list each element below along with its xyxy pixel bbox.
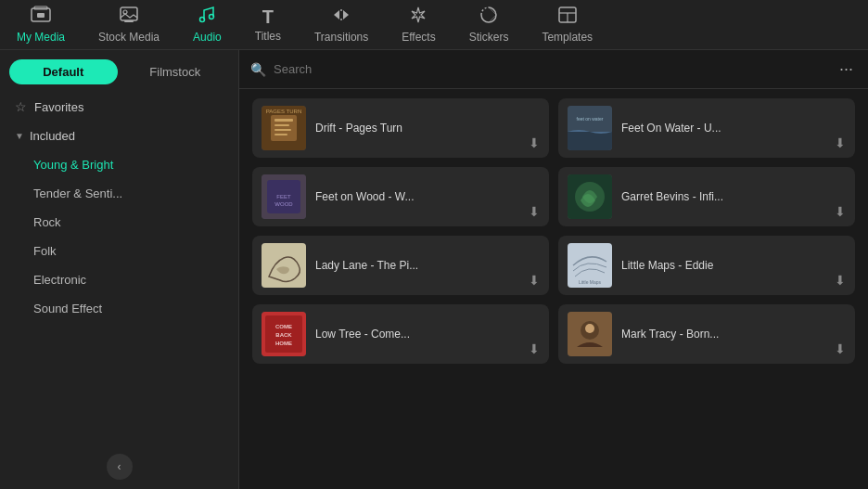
nav-templates[interactable]: Templates [525,0,609,49]
transitions-icon [331,6,351,27]
download-button-low-tree[interactable]: ⬇ [529,341,540,356]
top-nav: My Media Stock Media Audio T Titles [0,0,868,50]
content-area: 🔍 ··· PAGES TURN Drift - Pages Turn ⬇ fe… [239,50,868,489]
young-bright-label: Young & Bright [33,158,113,172]
sidebar-item-folk[interactable]: Folk [0,237,238,265]
svg-text:HOME: HOME [275,341,292,346]
templates-icon [557,6,578,27]
audio-card-feet-water[interactable]: feet on water Feet On Water - U... ⬇ [558,98,855,158]
more-options-button[interactable]: ··· [836,59,857,79]
sidebar-included-label: Included [30,129,75,143]
audio-title-little-maps: Little Maps - Eddie [621,259,846,272]
download-button-drift-pages[interactable]: ⬇ [529,135,540,150]
sub-items-included: Young & Bright Tender & Senti... Rock Fo… [0,150,238,323]
audio-thumb-feet-wood: FEETWOOD [262,174,306,219]
tab-default[interactable]: Default [9,59,118,84]
audio-title-mark-tracy: Mark Tracy - Born... [621,328,846,341]
svg-text:PAGES TURN: PAGES TURN [266,109,301,114]
search-icon: 🔍 [250,62,266,77]
nav-effects[interactable]: Effects [385,0,452,49]
svg-rect-2 [37,13,45,18]
my-media-icon [31,6,51,27]
search-input[interactable] [274,62,828,76]
sidebar-item-electronic[interactable]: Electronic [0,265,238,294]
svg-text:COME: COME [275,324,292,329]
audio-thumb-feet-water: feet on water [568,106,612,150]
nav-titles-label: Titles [255,30,281,43]
sidebar-item-rock[interactable]: Rock [0,208,238,237]
download-button-feet-water[interactable]: ⬇ [835,135,846,150]
sidebar: Default Filmstock ☆ Favorites ▼ Included… [0,50,239,489]
nav-templates-label: Templates [542,31,593,44]
download-button-little-maps[interactable]: ⬇ [835,273,846,288]
audio-grid: PAGES TURN Drift - Pages Turn ⬇ feet on … [239,89,868,489]
effects-icon [408,6,428,27]
audio-thumb-mark-tracy [568,312,612,356]
audio-card-lady-lane[interactable]: Lady Lane - The Pi... ⬇ [252,236,549,295]
audio-info-little-maps: Little Maps - Eddie [621,259,846,272]
svg-text:feet on water: feet on water [577,116,604,122]
nav-stock-media-label: Stock Media [98,31,160,44]
audio-info-garret-bevins: Garret Bevins - Infi... [621,190,846,203]
download-button-garret-bevins[interactable]: ⬇ [835,204,846,219]
audio-card-little-maps[interactable]: Little Maps Little Maps - Eddie ⬇ [558,236,855,295]
chevron-down-icon: ▼ [15,131,24,141]
audio-thumb-lady-lane [262,243,306,288]
search-bar: 🔍 ··· [239,50,868,89]
audio-title-garret-bevins: Garret Bevins - Infi... [621,190,846,203]
audio-thumb-drift-pages: PAGES TURN [262,106,306,150]
sidebar-section-included[interactable]: ▼ Included [0,122,238,150]
audio-card-garret-bevins[interactable]: Garret Bevins - Infi... ⬇ [558,167,855,226]
audio-info-drift-pages: Drift - Pages Turn [315,122,540,135]
nav-audio[interactable]: Audio [176,0,238,49]
sidebar-item-young-bright[interactable]: Young & Bright [0,150,238,179]
rock-label: Rock [33,215,61,229]
svg-text:WOOD: WOOD [274,201,293,207]
nav-stock-media[interactable]: Stock Media [82,0,176,49]
sidebar-item-sound-effect[interactable]: Sound Effect [0,294,238,323]
nav-my-media-label: My Media [17,31,65,44]
nav-transitions-label: Transitions [314,31,368,44]
audio-info-feet-water: Feet On Water - U... [621,122,846,135]
download-button-feet-wood[interactable]: ⬇ [529,204,540,219]
audio-thumb-low-tree: COMEBACKHOME [262,312,306,356]
audio-thumb-little-maps: Little Maps [568,243,612,288]
audio-title-drift-pages: Drift - Pages Turn [315,122,540,135]
electronic-label: Electronic [33,273,86,287]
star-icon: ☆ [15,99,27,114]
folk-label: Folk [33,244,57,258]
sidebar-favorites-label: Favorites [34,100,83,114]
audio-info-mark-tracy: Mark Tracy - Born... [621,328,846,341]
tab-bar: Default Filmstock [0,50,238,84]
audio-info-lady-lane: Lady Lane - The Pi... [315,259,540,272]
nav-my-media[interactable]: My Media [0,0,82,49]
sidebar-item-favorites[interactable]: ☆ Favorites [0,92,238,122]
download-button-mark-tracy[interactable]: ⬇ [835,341,846,356]
audio-card-drift-pages[interactable]: PAGES TURN Drift - Pages Turn ⬇ [252,98,549,158]
stickers-icon [479,6,499,27]
svg-point-7 [210,15,214,19]
audio-title-low-tree: Low Tree - Come... [315,328,540,341]
audio-card-mark-tracy[interactable]: Mark Tracy - Born... ⬇ [558,304,855,364]
tab-filmstock[interactable]: Filmstock [121,59,230,84]
stock-media-icon [119,6,139,27]
svg-rect-17 [274,129,291,131]
nav-stickers-label: Stickers [469,31,509,44]
nav-stickers[interactable]: Stickers [453,0,526,49]
main-layout: Default Filmstock ☆ Favorites ▼ Included… [0,50,868,489]
collapse-icon: ‹ [118,460,121,473]
collapse-sidebar-button[interactable]: ‹ [107,454,133,480]
audio-card-low-tree[interactable]: COMEBACKHOME Low Tree - Come... ⬇ [252,304,549,364]
download-button-lady-lane[interactable]: ⬇ [529,273,540,288]
nav-audio-label: Audio [193,31,222,44]
audio-title-lady-lane: Lady Lane - The Pi... [315,259,540,272]
nav-effects-label: Effects [402,31,435,44]
svg-rect-21 [568,132,612,150]
svg-rect-18 [274,134,287,135]
sound-effect-label: Sound Effect [33,302,102,315]
audio-info-low-tree: Low Tree - Come... [315,328,540,341]
sidebar-item-tender-senti[interactable]: Tender & Senti... [0,179,238,208]
nav-transitions[interactable]: Transitions [298,0,385,49]
audio-card-feet-wood[interactable]: FEETWOOD Feet on Wood - W... ⬇ [252,167,549,226]
nav-titles[interactable]: T Titles [238,0,298,49]
